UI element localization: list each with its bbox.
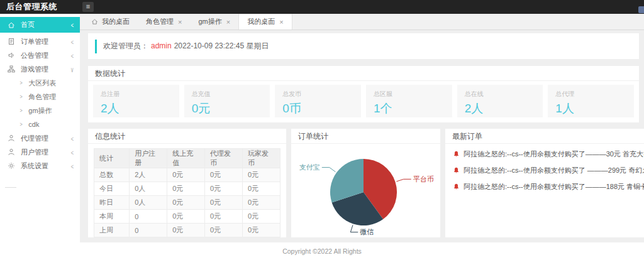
col-header: 玩家发币: [243, 149, 280, 168]
col-header: 统计: [94, 149, 130, 168]
sidebar-item-home[interactable]: 首页 <: [0, 17, 80, 33]
cell: 0元: [243, 182, 280, 196]
stat-label: 总注册: [101, 90, 172, 99]
cell: 0元: [205, 210, 243, 224]
cell: 总数: [94, 168, 130, 182]
bell-icon: [453, 183, 460, 190]
bell-icon: [453, 167, 460, 174]
order-text: 阿拉德之怒的:--cs--使用余额支付购买了———188元 青铜卡———: [464, 182, 644, 192]
cell: 0元: [243, 210, 280, 224]
tab-label: gm操作: [198, 17, 221, 26]
chevron-left-icon: <: [71, 38, 74, 46]
cell: 0: [130, 210, 167, 224]
col-header: 线上充值: [167, 149, 205, 168]
info-stats-table: 统计 用户注册 线上充值 代理发币 玩家发币 总数 2人 0元 0元: [94, 148, 280, 237]
bell-icon: [453, 151, 460, 158]
sidebar-item-announcements[interactable]: 公告管理 <: [0, 48, 80, 62]
welcome-text: 欢迎管理员：admin2022-10-09 23:22:45 星期日: [103, 41, 269, 51]
sidebar-item-region-list[interactable]: > 大区列表: [0, 76, 80, 90]
top-header: 后台管理系统 ≡: [0, 0, 644, 14]
pie-label-line: [322, 168, 336, 172]
cell: 0元: [205, 224, 243, 237]
sidebar-item-label: 游戏管理: [21, 65, 48, 74]
info-stats-panel: 信息统计 统计 用户注册 线上充值 代理发币 玩家发币 总数: [88, 129, 286, 237]
sidebar-item-orders[interactable]: 订单管理 <: [0, 35, 80, 48]
stat-card-total-servers: 总区服 1个: [366, 85, 452, 117]
col-header: 代理发币: [205, 149, 243, 168]
stat-label: 总在线: [465, 90, 536, 99]
cell: 0元: [205, 196, 243, 210]
sidebar-item-games[interactable]: 游戏管理 ∨: [0, 62, 80, 76]
pie-label: 平台币: [413, 175, 434, 183]
person-icon: [8, 148, 16, 156]
admin-dashboard: 后台管理系统 ≡ 首页 < 订单管理 < 公告管理 < 游戏管理 ∨ > 大区列…: [0, 0, 644, 260]
gear-icon: [8, 162, 16, 170]
main-content: 欢迎管理员：admin2022-10-09 23:22:45 星期日 数据统计 …: [80, 30, 644, 242]
stat-value: 2人: [465, 100, 536, 117]
panel-title: 订单统计: [291, 129, 440, 144]
sidebar-item-cdk[interactable]: > cdk: [0, 117, 80, 131]
stat-value: 1个: [374, 100, 445, 117]
chevron-left-icon: <: [71, 21, 74, 29]
tab-role-management[interactable]: 角色管理 ×: [138, 14, 190, 30]
table-row: 上周 0 0元 0元 0元: [94, 224, 280, 237]
cell: 0元: [243, 196, 280, 210]
document-icon: [8, 38, 16, 45]
chevron-left-icon: <: [71, 148, 74, 156]
sidebar-item-label: 首页: [21, 20, 35, 30]
data-stats-panel: 数据统计 总注册 2人 总充值 0元 总发币 0币 总区服 1个: [88, 66, 639, 122]
tab-my-desktop[interactable]: 我的桌面: [83, 14, 138, 30]
cell: 本周: [94, 210, 130, 224]
tab-gm-ops[interactable]: gm操作 ×: [190, 14, 238, 30]
col-header: 用户注册: [130, 149, 167, 168]
cell: 0元: [205, 182, 243, 196]
stat-card-total-coins: 总发币 0币: [275, 85, 361, 117]
sub-arrow-icon: >: [20, 94, 23, 100]
person-icon: [8, 134, 16, 142]
list-item: 阿拉德之怒的:--cs--使用余额支付购买了 ———299元 奇幻之旅转盘x52…: [453, 166, 644, 175]
close-icon[interactable]: ×: [279, 18, 283, 26]
home-icon: [91, 18, 98, 25]
accent-bar: [95, 40, 97, 53]
tab-my-desktop-active[interactable]: 我的桌面 ×: [238, 14, 292, 30]
footer: Copyright ©2022 All Rights: [0, 242, 644, 260]
bottom-row: 信息统计 统计 用户注册 线上充值 代理发币 玩家发币 总数: [88, 129, 639, 237]
stat-cards: 总注册 2人 总充值 0元 总发币 0币 总区服 1个 总在线 2人: [88, 81, 639, 122]
sidebar-item-agents[interactable]: 代理管理 <: [0, 131, 80, 145]
sidebar-item-role-management[interactable]: > 角色管理: [0, 90, 80, 104]
sidebar-item-label: 订单管理: [21, 37, 48, 46]
sub-arrow-icon: >: [20, 107, 23, 114]
corner-avatar-icon[interactable]: [638, 6, 644, 13]
sidebar-item-settings[interactable]: 系统设置 <: [0, 159, 80, 173]
welcome-banner: 欢迎管理员：admin2022-10-09 23:22:45 星期日: [88, 33, 639, 59]
list-item: 阿拉德之怒的:--cs--使用余额支付购买了———30元 首充大礼包———: [453, 149, 644, 159]
cell: 0元: [167, 224, 205, 237]
stat-label: 总代理: [555, 90, 626, 99]
hamburger-icon[interactable]: ≡: [82, 2, 94, 12]
pie-chart-container: 平台币微信支付宝: [291, 144, 440, 240]
orders-list: 阿拉德之怒的:--cs--使用余额支付购买了———30元 首充大礼包——— 阿拉…: [445, 144, 644, 204]
pie-label: 微信: [360, 228, 374, 236]
cell: 0: [130, 224, 167, 237]
welcome-label: 欢迎管理员：: [103, 41, 148, 50]
sidebar-item-users[interactable]: 用户管理 <: [0, 145, 80, 159]
pie-label: 支付宝: [299, 163, 320, 171]
stat-value: 0元: [192, 100, 263, 117]
stat-value: 1人: [555, 100, 626, 117]
close-icon[interactable]: ×: [178, 18, 182, 26]
close-icon[interactable]: ×: [226, 18, 230, 26]
speaker-icon: [8, 51, 16, 59]
cell: 0人: [130, 196, 167, 210]
sidebar-item-gm-ops[interactable]: > gm操作: [0, 104, 80, 117]
sidebar-item-label: 代理管理: [21, 134, 48, 143]
cell: 0元: [167, 210, 205, 224]
panel-title: 数据统计: [88, 66, 639, 81]
table-header-row: 统计 用户注册 线上充值 代理发币 玩家发币: [94, 149, 280, 168]
table-row: 总数 2人 0元 0元 0元: [94, 168, 280, 182]
stat-label: 总充值: [192, 90, 263, 99]
sidebar-item-label: 角色管理: [28, 92, 56, 102]
cell: 0人: [130, 182, 167, 196]
panel-title: 信息统计: [88, 129, 286, 144]
sub-arrow-icon: >: [20, 121, 23, 128]
sidebar-item-label: 系统设置: [21, 161, 48, 171]
